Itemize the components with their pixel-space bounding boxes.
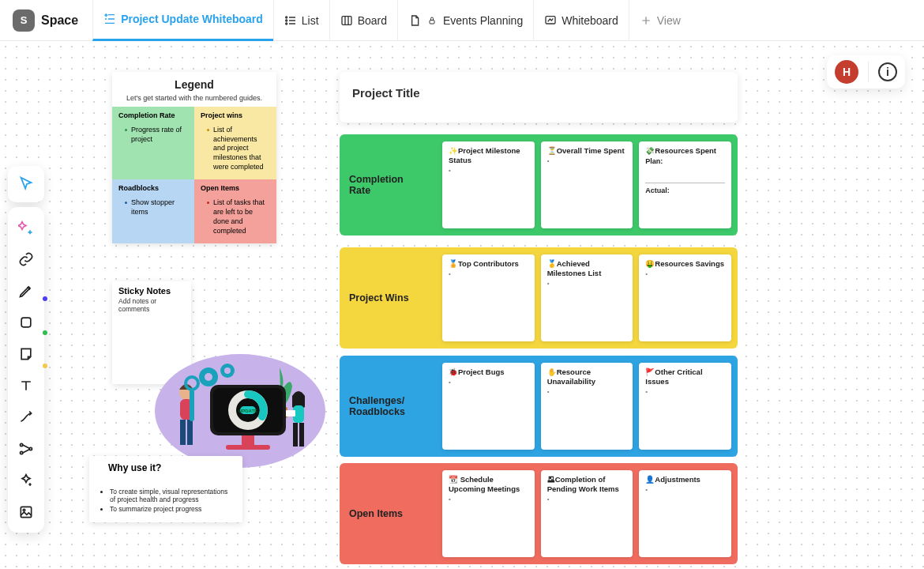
legend-item: Show stopper items <box>125 198 188 217</box>
tab-label: Board <box>358 14 387 27</box>
svg-point-7 <box>21 443 23 446</box>
tab-project-update-whiteboard[interactable]: Project Update Whiteboard <box>92 0 273 41</box>
why-item: To create simple, visual representations… <box>110 488 235 503</box>
note-title: 🗳Completion of Pending Work Items <box>547 475 627 494</box>
tool-generate-icon[interactable] <box>12 213 40 242</box>
legend-cell-title: Completion Rate <box>118 111 188 119</box>
note-project-bugs[interactable]: 🐞Project Bugs • <box>442 363 535 450</box>
board-icon <box>340 14 353 27</box>
legend-cell-roadblocks: Roadblocks Show stopper items <box>112 179 194 243</box>
svg-rect-6 <box>21 318 31 327</box>
tab-label: Project Update Whiteboard <box>121 13 263 25</box>
lane-completion-rate[interactable]: Completion Rate ✨Project Milestone Statu… <box>340 134 738 236</box>
tool-connector-icon[interactable] <box>12 403 40 431</box>
tool-pen-icon[interactable] <box>12 277 40 305</box>
tool-text-icon[interactable] <box>12 371 40 400</box>
tool-shape-icon[interactable] <box>12 308 40 337</box>
note-title: ⏳Overall Time Spent <box>547 146 627 156</box>
sparkle-list-icon <box>103 13 116 25</box>
note-bullet: • <box>449 167 528 174</box>
tab-list[interactable]: List <box>273 0 329 41</box>
legend-item: Progress rate of project <box>125 126 188 144</box>
svg-rect-4 <box>430 20 434 24</box>
svg-rect-3 <box>342 16 351 24</box>
lane-label: Project Wins <box>340 247 436 349</box>
lane-challenges[interactable]: Challenges/ Roadblocks 🐞Project Bugs • ✋… <box>340 356 738 457</box>
note-adjustments[interactable]: 👤Adjustments • <box>639 470 731 557</box>
top-bar: S Space Project Update Whiteboard List B… <box>0 0 924 41</box>
note-title: 🏅Top Contributors <box>449 259 528 269</box>
sticky-subtitle: Add notes or comments <box>118 297 185 313</box>
note-resource-unavailability[interactable]: ✋Resource Unavailability • <box>541 363 633 450</box>
tool-pointer[interactable] <box>8 166 44 202</box>
note-bullet: • <box>449 496 528 503</box>
note-title: 🚩Other Critical Issues <box>645 367 725 386</box>
divider <box>868 62 869 82</box>
lane-label: Challenges/ Roadblocks <box>340 356 436 457</box>
tool-image-icon[interactable] <box>12 498 40 526</box>
lock-icon <box>426 14 438 27</box>
note-pending-work[interactable]: 🗳Completion of Pending Work Items • <box>541 470 633 557</box>
space-name: Space <box>41 13 78 28</box>
color-indicator-pen <box>43 296 47 301</box>
sticky-notes-card[interactable]: Sticky Notes Add notes or comments <box>112 281 191 384</box>
note-bullet: • <box>449 270 528 277</box>
project-title-text: Project Title <box>352 86 420 100</box>
tool-link-icon[interactable] <box>12 245 40 273</box>
avatar[interactable]: H <box>835 60 858 84</box>
note-title: 🥇Achieved Milestones List <box>547 259 627 278</box>
note-title: ✨Project Milestone Status <box>449 146 528 165</box>
lane-open-items[interactable]: Open Items 📆 Schedule Upcoming Meetings … <box>340 463 738 564</box>
note-resources-spent[interactable]: 💸Resources Spent Plan: Actual: <box>639 141 731 228</box>
legend-title: Legend <box>120 78 269 91</box>
tab-whiteboard[interactable]: Whiteboard <box>533 0 629 41</box>
add-view-label: View <box>657 14 681 27</box>
add-view-button[interactable]: View <box>629 0 691 41</box>
tab-label: Whiteboard <box>562 14 618 27</box>
legend-cell-title: Roadblocks <box>118 184 188 192</box>
note-plan-label: Plan: <box>645 157 725 165</box>
left-toolbar <box>8 207 44 533</box>
tab-events-planning[interactable]: Events Planning <box>397 0 533 41</box>
note-bullet: • <box>645 270 725 277</box>
doc-icon <box>408 14 421 27</box>
legend-cell-title: Open Items <box>201 184 270 192</box>
note-top-contributors[interactable]: 🏅Top Contributors • <box>442 254 535 341</box>
note-achieved-milestones[interactable]: 🥇Achieved Milestones List • <box>541 254 633 341</box>
tool-graph-icon[interactable] <box>12 435 40 463</box>
note-schedule-meetings[interactable]: 📆 Schedule Upcoming Meetings • <box>442 470 535 557</box>
note-milestone-status[interactable]: ✨Project Milestone Status • <box>442 141 535 228</box>
legend-cell-open: Open Items List of tasks that are left t… <box>194 179 276 243</box>
svg-point-11 <box>23 509 25 511</box>
tab-board[interactable]: Board <box>329 0 397 41</box>
note-title: ✋Resource Unavailability <box>547 367 627 386</box>
legend-item: List of achievements and project milesto… <box>207 126 270 171</box>
note-divider <box>645 183 725 183</box>
svg-point-1 <box>285 20 287 21</box>
lane-project-wins[interactable]: Project Wins 🏅Top Contributors • 🥇Achiev… <box>340 247 738 349</box>
note-title: 📆 Schedule Upcoming Meetings <box>449 475 528 494</box>
project-title-card[interactable]: Project Title <box>340 72 738 122</box>
why-title: Why use it? <box>97 462 235 473</box>
note-bullet: • <box>645 388 725 395</box>
note-bullet: • <box>645 486 725 493</box>
why-use-it-card[interactable]: Why use it? To create simple, visual rep… <box>89 456 242 522</box>
legend-card[interactable]: Legend Let's get started with the number… <box>112 72 276 243</box>
note-bullet: • <box>547 280 627 287</box>
tool-ai-icon[interactable] <box>12 466 40 495</box>
note-bullet: • <box>547 157 627 164</box>
space-badge: S <box>13 9 35 32</box>
svg-point-2 <box>285 23 287 24</box>
note-resources-savings[interactable]: 🤑Resources Savings • <box>639 254 731 341</box>
space-pill[interactable]: S Space <box>13 9 78 32</box>
note-title: 🐞Project Bugs <box>449 367 528 377</box>
top-right-controls: H i <box>827 55 905 89</box>
note-other-critical-issues[interactable]: 🚩Other Critical Issues • <box>639 363 731 450</box>
note-title: 👤Adjustments <box>645 475 725 484</box>
info-icon[interactable]: i <box>878 62 897 81</box>
legend-cell-title: Project wins <box>201 111 270 119</box>
tool-sticky-icon[interactable] <box>12 340 40 368</box>
note-time-spent[interactable]: ⏳Overall Time Spent • <box>541 141 633 228</box>
tab-label: List <box>302 14 319 27</box>
legend-item: List of tasks that are left to be done a… <box>207 198 270 236</box>
